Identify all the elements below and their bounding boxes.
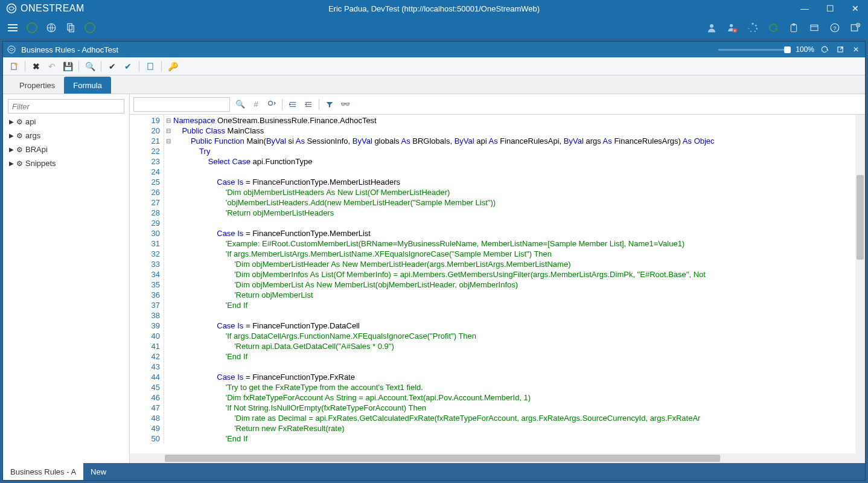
help-icon[interactable]: ? (829, 22, 840, 33)
svg-point-5 (730, 24, 733, 27)
undo-icon[interactable]: ↶ (47, 62, 57, 71)
window-icon[interactable] (809, 22, 820, 33)
editor-toolbar: 🔍 # 👓 (130, 94, 865, 115)
tree-item-label: BRApi (25, 145, 48, 154)
zoom-level: 100% (796, 45, 814, 54)
svg-point-9 (755, 25, 757, 27)
bottom-tab-new[interactable]: New (83, 463, 113, 480)
svg-point-10 (756, 28, 758, 29)
caret-icon: ▶ (9, 118, 14, 125)
zoom-slider[interactable] (718, 49, 791, 51)
fold-column[interactable]: ⊟⊟⊟ (164, 115, 172, 453)
key-icon[interactable]: 🔑 (168, 62, 177, 71)
globe-icon[interactable] (46, 22, 57, 33)
popout-icon[interactable] (835, 44, 846, 55)
clipboard-icon[interactable] (788, 22, 799, 33)
app-logo: ONESTREAM (0, 3, 91, 14)
app-title-center: Eric Padua, DevTest (http://localhost:50… (328, 4, 540, 13)
line-gutter: 1920212223242526272829303132333435363738… (130, 115, 164, 453)
subwindow-title-bar: Business Rules - AdhocTest 100% ✕ (3, 42, 865, 57)
gear-icon: ⚙ (16, 146, 23, 154)
swirl-icon (7, 45, 16, 54)
tree-item-brapi[interactable]: ▶⚙BRApi (8, 142, 124, 156)
tree-item-label: Snippets (25, 159, 56, 168)
window-controls: — ☐ ✕ (792, 0, 868, 17)
refresh-icon[interactable] (768, 22, 779, 33)
caret-icon: ▶ (9, 160, 14, 167)
tree-panel: ▶⚙api▶⚙args▶⚙BRApi▶⚙Snippets (3, 94, 130, 463)
svg-rect-16 (811, 25, 818, 30)
delete-icon[interactable]: ✖ (31, 62, 41, 71)
code-area: 1920212223242526272829303132333435363738… (130, 115, 865, 453)
maximize-button[interactable]: ☐ (817, 0, 843, 17)
gear-icon: ⚙ (16, 118, 23, 126)
svg-point-22 (8, 46, 15, 53)
svg-point-4 (710, 24, 713, 28)
vertical-scrollbar[interactable] (855, 115, 865, 453)
menu-icon[interactable] (7, 22, 18, 33)
circle-icon-2[interactable] (85, 22, 95, 33)
hash-icon[interactable]: # (251, 99, 261, 110)
gear-icon: ⚙ (16, 159, 23, 168)
indent-icon[interactable] (287, 99, 298, 110)
sub-toolbar: ✖ ↶ 💾 🔍 ✔ ✔ 🔑 (3, 57, 865, 75)
svg-rect-26 (148, 63, 153, 69)
code-editor[interactable]: Namespace OneStream.BusinessRule.Finance… (172, 115, 865, 453)
tab-formula[interactable]: Formula (64, 77, 111, 94)
tree-item-args[interactable]: ▶⚙args (8, 129, 124, 142)
subwindow-title: Business Rules - AdhocTest (21, 45, 118, 54)
svg-text:?: ? (833, 25, 837, 31)
close-button[interactable]: ✕ (843, 0, 868, 17)
editor-search-input[interactable] (133, 97, 230, 112)
gear-icon: ⚙ (16, 132, 23, 140)
svg-text:✕: ✕ (733, 29, 736, 33)
page-icon[interactable] (145, 62, 155, 71)
bottom-tab-rules[interactable]: Business Rules - A (3, 463, 83, 480)
minimize-button[interactable]: — (792, 0, 817, 17)
find-icon[interactable]: 🔍 (85, 62, 95, 71)
swirl-logo-icon (6, 3, 17, 14)
svg-rect-2 (68, 24, 72, 30)
goggles-icon[interactable]: 👓 (340, 99, 351, 110)
tabs-row: Properties Formula (3, 75, 865, 94)
user-alert-icon[interactable]: ✕ (727, 22, 738, 33)
user-icon[interactable] (706, 22, 717, 33)
tree-item-label: api (25, 117, 36, 126)
circle-icon-1[interactable] (27, 22, 37, 33)
reset-zoom-icon[interactable] (819, 44, 830, 55)
outdent-icon[interactable] (303, 99, 314, 110)
copy-icon[interactable] (65, 22, 76, 33)
tree-item-label: args (25, 131, 40, 140)
tree-item-api[interactable]: ▶⚙api (8, 115, 124, 129)
search-icon[interactable]: 🔍 (235, 99, 246, 110)
subwindow-close-icon[interactable]: ✕ (850, 44, 861, 55)
app-toolbar: ✕ ? (0, 17, 868, 39)
save-icon[interactable]: 💾 (63, 62, 72, 71)
loading-icon[interactable] (747, 22, 758, 33)
new-icon[interactable] (9, 62, 19, 71)
tree-item-snippets[interactable]: ▶⚙Snippets (8, 156, 124, 170)
filter-icon[interactable] (324, 99, 335, 110)
svg-point-27 (269, 101, 273, 105)
svg-point-0 (7, 4, 16, 13)
svg-rect-3 (69, 25, 74, 32)
tab-properties[interactable]: Properties (10, 77, 64, 94)
check-icon[interactable]: ✔ (107, 62, 117, 71)
editor-panel: 🔍 # 👓 1920212223242526272829303132333435… (130, 94, 865, 463)
replace-icon[interactable] (266, 99, 277, 110)
brand-text: ONESTREAM (21, 3, 85, 14)
bottom-tabs: Business Rules - A New (3, 463, 865, 480)
svg-point-13 (748, 28, 750, 30)
main-window: Business Rules - AdhocTest 100% ✕ ✖ ↶ 💾 … (2, 41, 866, 481)
svg-point-11 (755, 31, 756, 32)
tree-filter-input[interactable] (8, 99, 124, 114)
horizontal-scrollbar[interactable] (130, 453, 865, 463)
svg-point-8 (752, 23, 754, 25)
app-title-bar: ONESTREAM Eric Padua, DevTest (http://lo… (0, 0, 868, 17)
check-all-icon[interactable]: ✔ (123, 62, 133, 71)
caret-icon: ▶ (9, 132, 14, 139)
settings-icon[interactable] (850, 22, 861, 33)
caret-icon: ▶ (9, 146, 14, 153)
svg-point-25 (14, 63, 18, 66)
content-area: ▶⚙api▶⚙args▶⚙BRApi▶⚙Snippets 🔍 # 👓 19202… (3, 94, 865, 463)
